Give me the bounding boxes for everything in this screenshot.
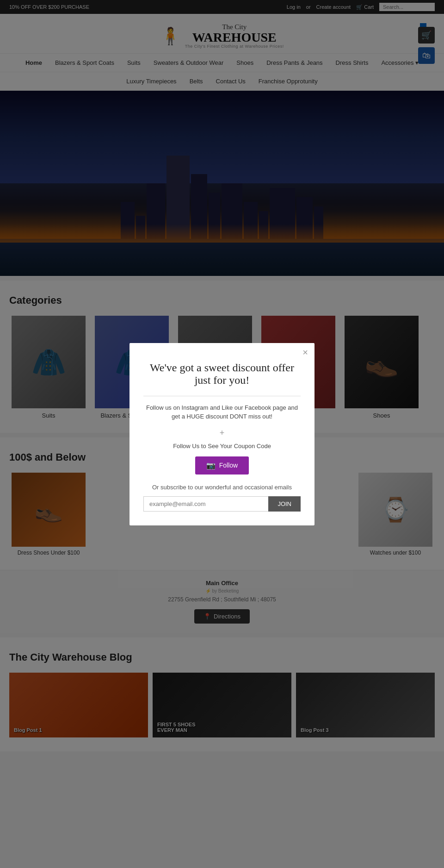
email-input[interactable] bbox=[143, 496, 268, 512]
email-row: JOIN bbox=[143, 496, 301, 512]
modal-description: Follow us on Instagram and Like our Face… bbox=[143, 403, 301, 421]
follow-button[interactable]: 📷 Follow bbox=[195, 456, 249, 475]
modal-divider bbox=[143, 396, 301, 396]
join-button[interactable]: JOIN bbox=[268, 496, 301, 512]
instagram-icon: 📷 bbox=[206, 461, 216, 470]
modal-coupon-label: Follow Us to See Your Coupon Code bbox=[143, 443, 301, 450]
follow-label: Follow bbox=[219, 462, 238, 469]
modal-title: We've got a sweet discount offer just fo… bbox=[143, 362, 301, 387]
modal-overlay[interactable]: × We've got a sweet discount offer just … bbox=[0, 0, 444, 751]
modal-close-button[interactable]: × bbox=[302, 348, 308, 357]
modal-plus-icon: + bbox=[143, 428, 301, 438]
subscribe-label: Or subscribe to our wonderful and occasi… bbox=[143, 484, 301, 491]
discount-modal: × We've got a sweet discount offer just … bbox=[130, 343, 314, 525]
